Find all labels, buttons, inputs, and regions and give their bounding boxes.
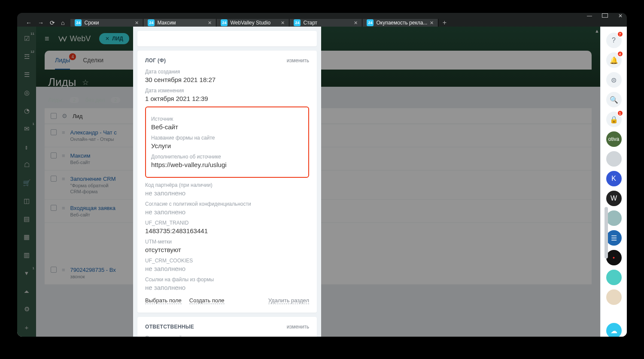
- field-value: не заполнено: [145, 189, 309, 197]
- window-minimize[interactable]: [586, 13, 592, 19]
- window-close[interactable]: [617, 13, 623, 19]
- avatar-icon[interactable]: K: [606, 171, 622, 186]
- favicon-icon: 24: [221, 19, 228, 26]
- tab-close-icon[interactable]: ✕: [281, 20, 285, 26]
- detail-card-responsible: ОТВЕТСТВЕННЫЕ изменить Ответственный: [137, 317, 317, 337]
- avatar-icon[interactable]: W: [606, 191, 622, 206]
- money-icon[interactable]: ⊜: [606, 72, 622, 88]
- field-source-extra: Дополнительно об источникеhttps://web-va…: [151, 154, 303, 168]
- field-label: Ответственный: [145, 335, 309, 337]
- field-value: https://web-valley.ru/uslugi: [151, 161, 303, 168]
- tab-label: Старт: [303, 20, 351, 26]
- nav-home-icon[interactable]: ⌂: [61, 19, 64, 26]
- tab-label: Максим: [157, 20, 205, 26]
- field-label: UF_CRM_TRANID: [145, 220, 309, 226]
- field-created: Дата создания30 сентября 2021 18:27: [145, 69, 309, 83]
- scrollbar-thumb[interactable]: [605, 207, 608, 259]
- browser-tab-0[interactable]: 24 Сроки ✕: [70, 19, 143, 27]
- field-label: Дата создания: [145, 69, 309, 75]
- app-body: ☑11 ☲12 ☰ ◎ ◔ ✉1 ⫾ ☖ 🛒 ◫ ▤ ▦ ▥ ▾1 ⏶ ⚙ + …: [17, 27, 627, 337]
- field-label: Название формы на сайте: [151, 135, 303, 141]
- chat-icon[interactable]: ☰: [606, 230, 622, 246]
- create-field-link[interactable]: Создать поле: [189, 297, 225, 304]
- browser-tabstrip: ← → ⟳ ⌂ 24 Сроки ✕ 24 Максим ✕ 24 WebVal…: [17, 19, 627, 27]
- tab-close-icon[interactable]: ✕: [430, 20, 434, 26]
- favicon-icon: 24: [148, 19, 155, 26]
- field-label: UF_CRM_COOKIES: [145, 258, 309, 264]
- field-value: Веб-сайт: [151, 123, 303, 131]
- card-edit-link[interactable]: изменить: [287, 58, 309, 64]
- field-label: Источник: [151, 116, 303, 122]
- field-value: не заполнено: [145, 284, 309, 291]
- field-value: 1 октября 2021 12:39: [145, 95, 309, 102]
- field-value: Услуги: [151, 142, 303, 149]
- avatar-icon[interactable]: [606, 210, 622, 226]
- tab-close-icon[interactable]: ✕: [354, 20, 358, 26]
- favicon-icon: 24: [367, 19, 374, 26]
- card-edit-link[interactable]: изменить: [287, 324, 309, 330]
- window-maximize[interactable]: [602, 13, 608, 19]
- nav-forward-icon[interactable]: →: [38, 19, 44, 26]
- field-utm: UTM-меткиотсутствуют: [145, 239, 309, 253]
- badge: 4: [617, 51, 623, 57]
- avatar-icon[interactable]: [606, 151, 622, 167]
- bell-icon[interactable]: 🔔4: [606, 52, 622, 68]
- badge: 7: [617, 31, 623, 37]
- tab-label: Сроки: [84, 20, 132, 26]
- field-partner: Код партнёра (при наличии)не заполнено: [145, 182, 309, 197]
- field-value: 1483735:2483163441: [145, 227, 309, 234]
- nav-back-icon[interactable]: ←: [26, 19, 32, 26]
- field-value: отсутствуют: [145, 246, 309, 253]
- field-label: Дополнительно об источнике: [151, 154, 303, 160]
- field-label: UTM-метки: [145, 239, 309, 245]
- field-files: Ссылки на файлы из формыне заполнено: [145, 277, 309, 291]
- favicon-icon: 24: [294, 19, 301, 26]
- window-titlebar: [17, 13, 627, 19]
- nav-reload-icon[interactable]: ⟳: [50, 19, 55, 26]
- field-label: Дата изменения: [145, 88, 309, 94]
- tab-close-icon[interactable]: ✕: [135, 20, 139, 26]
- help-icon[interactable]: ?7: [606, 33, 622, 48]
- avatar-icon[interactable]: ●: [606, 250, 622, 265]
- detail-card-log: ЛОГ (Ф) изменить Дата создания30 сентябр…: [137, 51, 317, 313]
- browser-tab-4[interactable]: 24 Окупаемость рекла... ✕: [362, 19, 438, 27]
- lock-icon[interactable]: 🔒1: [606, 112, 622, 127]
- avatar-icon[interactable]: [606, 270, 622, 285]
- favicon-icon: 24: [75, 19, 82, 26]
- field-form-name: Название формы на сайтеУслуги: [151, 135, 303, 149]
- field-cookies: UF_CRM_COOKIESне заполнено: [145, 258, 309, 272]
- search-icon[interactable]: 🔍: [606, 92, 622, 107]
- delete-section-link[interactable]: Удалить раздел: [268, 297, 309, 304]
- field-updated: Дата изменения1 октября 2021 12:39: [145, 88, 309, 102]
- modal-backdrop[interactable]: [17, 27, 627, 337]
- card-title: ОТВЕТСТВЕННЫЕ: [145, 324, 194, 330]
- field-label: Ссылки на файлы из формы: [145, 277, 309, 283]
- scroll-up-icon[interactable]: ▲: [595, 28, 599, 33]
- avatar-icon[interactable]: [606, 289, 622, 305]
- lead-detail-panel: ЛОГ (Ф) изменить Дата создания30 сентябр…: [133, 27, 321, 337]
- avatar-icon[interactable]: otiva: [606, 131, 622, 147]
- field-source: ИсточникВеб-сайт: [151, 116, 303, 131]
- browser-tab-3[interactable]: 24 Старт ✕: [289, 19, 362, 27]
- tab-close-icon[interactable]: ✕: [208, 20, 212, 26]
- select-field-link[interactable]: Выбрать поле: [145, 297, 182, 304]
- field-label: Код партнёра (при наличии): [145, 182, 309, 188]
- browser-tab-2[interactable]: 24 WebValley Studio ✕: [216, 19, 289, 27]
- field-value: не заполнено: [145, 265, 309, 272]
- field-value: не заполнено: [145, 208, 309, 216]
- detail-card-top: [137, 31, 317, 46]
- tab-label: Окупаемость рекла...: [376, 20, 427, 26]
- highlight-box: ИсточникВеб-сайт Название формы на сайте…: [145, 106, 309, 178]
- cloud-icon[interactable]: ☁: [606, 323, 622, 337]
- app-window: ← → ⟳ ⌂ 24 Сроки ✕ 24 Максим ✕ 24 WebVal…: [17, 13, 627, 337]
- right-rail: ?7 🔔4 ⊜ 🔍 🔒1 otiva K W ☰ ● ☁ ✆: [600, 27, 627, 337]
- badge: 1: [617, 110, 623, 116]
- field-value: 30 сентября 2021 18:27: [145, 76, 309, 83]
- field-tranid: UF_CRM_TRANID1483735:2483163441: [145, 220, 309, 234]
- field-consent: Согласие с политикой конфиденциальностин…: [145, 201, 309, 216]
- browser-tab-1[interactable]: 24 Максим ✕: [143, 19, 216, 27]
- card-title: ЛОГ (Ф): [145, 58, 166, 64]
- new-tab-button[interactable]: +: [438, 19, 450, 27]
- field-label: Согласие с политикой конфиденциальности: [145, 201, 309, 207]
- tab-label: WebValley Studio: [230, 20, 278, 26]
